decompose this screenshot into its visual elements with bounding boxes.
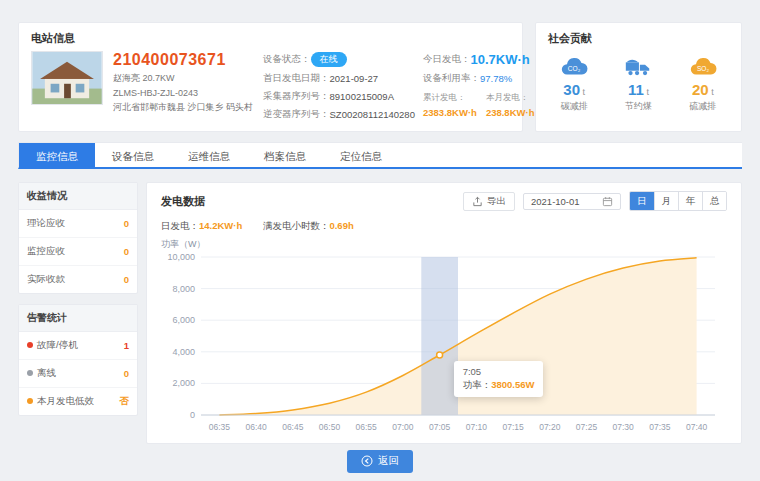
social-label: 硫减排 <box>671 100 735 113</box>
full-hours-value: 0.69h <box>329 220 353 231</box>
social-value: 30 t <box>542 81 606 98</box>
row-value: 否 <box>120 395 130 408</box>
status-dot <box>27 342 33 348</box>
chart-title: 发电数据 <box>161 194 205 209</box>
stat-label: 累计发电： <box>423 92 477 104</box>
date-picker[interactable]: 2021-10-01 <box>523 193 621 210</box>
station-owner: 赵海亮 20.7KW <box>113 72 253 85</box>
tooltip-time: 7:05 <box>463 366 535 377</box>
social-item: SO₂ 20 t 硫减排 <box>671 54 735 113</box>
row-label: 实际收款 <box>27 273 65 286</box>
range-tabs: 日月年总 <box>629 191 727 211</box>
generation-stat: 本月发电：238.8KW·h <box>486 92 535 118</box>
station-meta-row: 逆变器序列号：SZ00208112140280 <box>263 108 413 121</box>
back-arrow-icon <box>361 455 373 467</box>
alarm-row-fault: 故障/停机1 <box>19 332 137 360</box>
svg-text:07:20: 07:20 <box>539 422 561 432</box>
chart-header: 发电数据 导出 2021-10-01 日月年总 <box>147 183 741 211</box>
row-value: 0 <box>124 246 129 257</box>
tabs-bar: 监控信息设备信息运维信息档案信息定位信息 <box>18 142 742 169</box>
row-value: 0 <box>124 274 129 285</box>
page: 电站信息 210400073671 赵海亮 20.7KW <box>0 0 760 481</box>
top-row: 电站信息 210400073671 赵海亮 20.7KW <box>18 22 742 132</box>
svg-text:SO₂: SO₂ <box>697 65 709 72</box>
svg-text:6,000: 6,000 <box>172 315 195 325</box>
social-value: 11 t <box>607 81 671 98</box>
alarm-rows: 故障/停机1离线0本月发电低效否 <box>19 332 137 415</box>
svg-text:10,000: 10,000 <box>167 252 195 262</box>
export-button[interactable]: 导出 <box>463 192 515 211</box>
meta-label: 逆变器序列号： <box>263 108 330 121</box>
svg-text:06:40: 06:40 <box>245 422 267 432</box>
station-main: 210400073671 赵海亮 20.7KW ZLMS-HBJ-ZJL-024… <box>113 51 253 126</box>
power-chart[interactable]: 02,0004,0006,0008,00010,00006:3506:4006:… <box>161 251 727 441</box>
so2-icon: SO₂ <box>671 54 735 80</box>
day-generation-value: 14.2KW·h <box>199 220 242 231</box>
back-button[interactable]: 返回 <box>347 450 413 473</box>
station-meta-row: 首日发电日期：2021-09-27 <box>263 72 413 85</box>
station-meta-row: 设备状态：在线 <box>263 52 413 67</box>
range-year[interactable]: 年 <box>678 192 702 210</box>
alarm-row-low-efficiency: 本月发电低效否 <box>19 388 137 415</box>
row-label: 监控应收 <box>27 245 65 258</box>
utilization-label: 设备利用率： <box>423 72 480 85</box>
row-label: 本月发电低效 <box>27 395 94 408</box>
station-meta: 设备状态：在线首日发电日期：2021-09-27采集器序列号：891002150… <box>263 51 413 126</box>
row-label: 理论应收 <box>27 217 65 230</box>
generation-stat: 累计发电：2383.8KW·h <box>423 92 477 118</box>
income-row-actual: 实际收款0 <box>19 266 137 293</box>
alarm-panel-title: 告警统计 <box>19 305 137 332</box>
status-dot <box>27 370 33 376</box>
stat-label: 本月发电： <box>486 92 535 104</box>
social-label: 节约煤 <box>607 100 671 113</box>
range-total[interactable]: 总 <box>702 192 726 210</box>
social-label: 碳减排 <box>542 100 606 113</box>
co2-icon: CO₂ <box>542 54 606 80</box>
row-label: 离线 <box>27 367 56 380</box>
svg-text:07:30: 07:30 <box>613 422 635 432</box>
online-status-badge: 在线 <box>311 52 347 67</box>
tab-monitoring[interactable]: 监控信息 <box>19 143 95 167</box>
stat-value: 2383.8KW·h <box>423 107 477 118</box>
station-id: 210400073671 <box>113 51 253 69</box>
station-address: 河北省邯郸市魏县 沙口集乡 码头村 <box>113 101 253 114</box>
row-value: 0 <box>124 368 129 379</box>
station-panel-title: 电站信息 <box>19 23 522 51</box>
svg-text:0: 0 <box>190 410 195 420</box>
svg-text:06:55: 06:55 <box>356 422 378 432</box>
svg-text:4,000: 4,000 <box>172 347 195 357</box>
meta-value: 89100215009A <box>330 91 394 102</box>
svg-text:06:35: 06:35 <box>209 422 231 432</box>
back-label: 返回 <box>378 454 399 468</box>
svg-text:07:05: 07:05 <box>429 422 451 432</box>
social-items: CO₂ 30 t 碳减排 11 t 节约煤SO₂ 20 t 硫减排 <box>536 51 741 113</box>
status-dot <box>27 398 33 404</box>
range-month[interactable]: 月 <box>654 192 678 210</box>
income-row-theoretical: 理论应收0 <box>19 210 137 238</box>
footer: 返回 <box>18 450 742 473</box>
range-day[interactable]: 日 <box>630 192 654 210</box>
chart-panel: 发电数据 导出 2021-10-01 日月年总 日发电：14.2KW·h 满发电… <box>146 182 742 444</box>
tab-device[interactable]: 设备信息 <box>95 143 171 167</box>
content-row: 收益情况 理论应收0监控应收0实际收款0 告警统计 故障/停机1离线0本月发电低… <box>18 182 742 444</box>
meta-label: 首日发电日期： <box>263 72 330 85</box>
full-hours-label: 满发电小时数： <box>263 220 330 231</box>
social-unit: t <box>709 87 714 97</box>
income-row-monitored: 监控应收0 <box>19 238 137 266</box>
meta-label: 设备状态： <box>263 53 311 66</box>
svg-text:8,000: 8,000 <box>172 284 195 294</box>
tab-operation[interactable]: 运维信息 <box>171 143 247 167</box>
social-unit: t <box>644 87 649 97</box>
meta-label: 采集器序列号： <box>263 90 330 103</box>
tab-archive[interactable]: 档案信息 <box>247 143 323 167</box>
tooltip-power-value: 3800.56W <box>491 379 534 390</box>
svg-text:CO₂: CO₂ <box>568 65 581 72</box>
tab-location[interactable]: 定位信息 <box>323 143 399 167</box>
chart-svg[interactable]: 02,0004,0006,0008,00010,00006:3506:4006:… <box>161 251 727 437</box>
income-panel-title: 收益情况 <box>19 183 137 210</box>
tooltip-power-label: 功率： <box>463 379 492 390</box>
day-generation-label: 日发电： <box>161 220 199 231</box>
chart-stats: 日发电：14.2KW·h 满发电小时数：0.69h <box>147 211 741 233</box>
svg-text:07:15: 07:15 <box>502 422 524 432</box>
svg-text:07:25: 07:25 <box>576 422 598 432</box>
